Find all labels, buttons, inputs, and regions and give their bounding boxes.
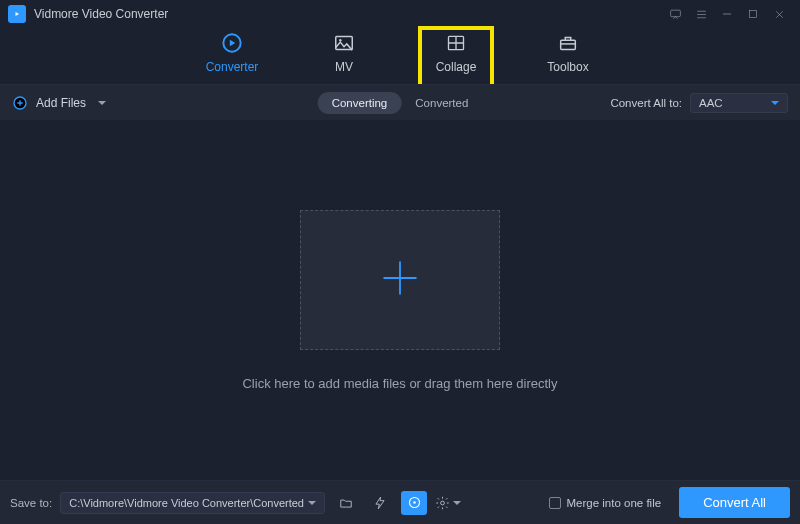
high-speed-toggle[interactable]: [401, 491, 427, 515]
gpu-accel-button[interactable]: [367, 491, 393, 515]
convert-all-button[interactable]: Convert All: [679, 487, 790, 518]
save-path-value: C:\Vidmore\Vidmore Video Converter\Conve…: [69, 497, 304, 509]
menu-icon[interactable]: [688, 4, 714, 24]
add-files-button[interactable]: Add Files: [12, 95, 106, 111]
chevron-down-icon: [98, 101, 106, 105]
svg-rect-0: [670, 10, 680, 17]
tab-collage[interactable]: Collage: [424, 32, 488, 84]
tab-label: Collage: [436, 60, 477, 74]
svg-rect-1: [750, 11, 757, 18]
tab-converter[interactable]: Converter: [200, 32, 264, 84]
tab-toolbox[interactable]: Toolbox: [536, 32, 600, 84]
tab-label: Toolbox: [547, 60, 588, 74]
open-folder-button[interactable]: [333, 491, 359, 515]
tab-label: MV: [335, 60, 353, 74]
tab-label: Converter: [206, 60, 259, 74]
dropzone-hint: Click here to add media files or drag th…: [242, 376, 557, 391]
convert-all-to-label: Convert All to:: [610, 97, 682, 109]
subtab-converted[interactable]: Converted: [401, 92, 482, 114]
feedback-icon[interactable]: [662, 4, 688, 24]
close-button[interactable]: [766, 4, 792, 24]
format-selected-value: AAC: [699, 97, 723, 109]
merge-into-one-file-checkbox[interactable]: Merge into one file: [549, 497, 662, 509]
add-files-label: Add Files: [36, 96, 86, 110]
app-title: Vidmore Video Converter: [34, 7, 168, 21]
chevron-down-icon: [308, 501, 316, 505]
svg-point-4: [339, 39, 341, 41]
chevron-down-icon: [453, 501, 461, 505]
toolbox-icon: [556, 32, 580, 54]
maximize-button[interactable]: [740, 4, 766, 24]
app-logo: [8, 5, 26, 23]
merge-label: Merge into one file: [567, 497, 662, 509]
add-media-dropzone[interactable]: [300, 210, 500, 350]
plus-icon: [378, 256, 422, 304]
checkbox-box: [549, 497, 561, 509]
settings-button[interactable]: [435, 491, 461, 515]
save-to-label: Save to:: [10, 497, 52, 509]
mv-icon: [332, 32, 356, 54]
save-path-select[interactable]: C:\Vidmore\Vidmore Video Converter\Conve…: [60, 492, 325, 514]
chevron-down-icon: [771, 101, 779, 105]
subtab-converting[interactable]: Converting: [318, 92, 402, 114]
converter-icon: [219, 32, 245, 54]
svg-point-10: [441, 501, 445, 505]
minimize-button[interactable]: [714, 4, 740, 24]
svg-point-9: [413, 501, 416, 504]
output-format-select[interactable]: AAC: [690, 93, 788, 113]
collage-icon: [444, 32, 468, 54]
tab-mv[interactable]: MV: [312, 32, 376, 84]
svg-rect-6: [561, 40, 576, 49]
